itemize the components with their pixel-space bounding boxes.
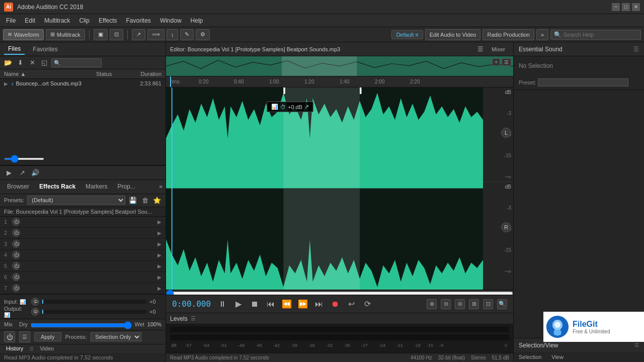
more-workspaces-button[interactable]: » [536, 29, 548, 40]
waveform-area[interactable]: 📊 ⏱ +0 dB ↗ dB -3 -9 -15 −∞ L [166, 87, 513, 290]
zoom-reset-button[interactable]: ⊜ [455, 299, 465, 309]
file-row[interactable]: ▶ ♪ Bouncep...ort Sounds.mp3 2:33.861 [0, 79, 166, 88]
menu-window[interactable]: Window [156, 16, 186, 26]
reveal-button[interactable]: ◱ [39, 58, 49, 68]
toolbar-icon-1[interactable]: ▣ [94, 29, 108, 40]
radio-production-button[interactable]: Radio Production [482, 29, 534, 40]
mini-volume-button[interactable]: 🔊 [30, 167, 40, 177]
menu-effects[interactable]: Effects [95, 16, 121, 26]
waveform-canvas[interactable]: 📊 ⏱ +0 dB ↗ [166, 87, 483, 290]
effect-slot-4[interactable]: 4 ⏻ ▶ [0, 250, 166, 261]
mini-export-button[interactable]: ↗ [17, 167, 27, 177]
save-preset-button[interactable]: 💾 [128, 196, 137, 205]
delete-preset-button[interactable]: 🗑 [140, 196, 149, 205]
tab-video[interactable]: Video [38, 344, 56, 352]
waveform-mode-button[interactable]: ≋ Waveform [3, 29, 44, 40]
mixer-tab[interactable]: Mixer [488, 45, 509, 54]
editor-menu-button[interactable]: ☰ [477, 45, 484, 53]
selection-view-menu[interactable]: ☰ [634, 342, 639, 348]
effect-slot-1[interactable]: 1 ⏻ ▶ [0, 217, 166, 228]
zoom-out-time-button[interactable]: ⊖ [441, 299, 451, 309]
zoom-in-time-button[interactable]: ⊕ [427, 299, 437, 309]
open-file-button[interactable]: 📂 [3, 58, 13, 68]
history-menu-icon[interactable]: ☰ [29, 346, 34, 351]
effect-slot-6[interactable]: 6 ⏻ ▶ [0, 272, 166, 283]
play-button[interactable]: ▶ [232, 298, 245, 310]
go-to-start-button[interactable]: ⏮ [265, 298, 277, 310]
zoom-fit-button[interactable]: ⊡ [483, 299, 493, 309]
tab-markers[interactable]: Markers [82, 182, 111, 192]
files-search-input[interactable] [51, 58, 102, 67]
minimize-button[interactable]: ─ [612, 3, 620, 11]
tab-history[interactable]: History [4, 344, 25, 352]
effect-slot-2[interactable]: 2 ⏻ ▶ [0, 228, 166, 239]
scale-33: -33 [326, 343, 333, 348]
record-button[interactable]: ⏺ [329, 298, 341, 310]
pause-button[interactable]: ⏸ [216, 298, 228, 310]
fx-list-button[interactable]: ☰ [19, 331, 30, 342]
levels-menu-button[interactable]: ☰ [191, 315, 196, 322]
effect-slot-3[interactable]: 3 ⏻ ▶ [0, 239, 166, 250]
tab-effects-rack[interactable]: Effects Rack [35, 182, 79, 192]
slot-power-6[interactable]: ⏻ [12, 273, 20, 281]
tab-browser[interactable]: Browser [3, 182, 33, 192]
apply-button[interactable]: Apply [34, 332, 61, 341]
toolbar-icon-3[interactable]: ↗ [132, 29, 145, 40]
import-button[interactable]: ⬇ [15, 58, 25, 68]
toolbar-icon-5[interactable]: ↕ [167, 29, 179, 40]
tab-properties[interactable]: Prop... [113, 182, 139, 192]
edit-audio-to-video-button[interactable]: Edit Audio to Video [425, 29, 481, 40]
mini-play-button[interactable]: ▶ [4, 167, 14, 177]
mix-slider[interactable] [31, 321, 131, 329]
effect-slot-7[interactable]: 7 ⏻ ▶ [0, 283, 166, 294]
go-to-end-button[interactable]: ⏭ [313, 298, 325, 310]
rewind-button[interactable]: ⏪ [281, 298, 293, 310]
mini-zoom-in[interactable]: + [492, 58, 500, 66]
close-button[interactable]: ✕ [632, 3, 640, 11]
loop-button[interactable]: ↩ [345, 298, 357, 310]
scroll-slider[interactable] [4, 158, 44, 160]
toolbar-icon-4[interactable]: ⟹ [147, 29, 165, 40]
slot-power-5[interactable]: ⏻ [12, 262, 20, 270]
zoom-sel-button[interactable]: ⊞ [469, 299, 479, 309]
slot-power-4[interactable]: ⏻ [12, 251, 20, 259]
mini-waveform-overview[interactable]: + ☰ [166, 56, 513, 76]
menu-help[interactable]: Help [187, 16, 207, 26]
menu-clip[interactable]: Clip [75, 16, 94, 26]
essential-sound-menu-button[interactable]: ☰ [633, 46, 639, 53]
mini-menu[interactable]: ☰ [502, 58, 511, 66]
waveform-scrollbar[interactable] [166, 290, 513, 295]
stop-button[interactable]: ⏹ [249, 298, 261, 310]
presets-select[interactable]: (Default) [27, 196, 125, 205]
tab-files[interactable]: Files [4, 44, 25, 55]
menu-edit[interactable]: Edit [21, 16, 39, 26]
slot-power-2[interactable]: ⏻ [12, 229, 20, 237]
toolbar-icon-7[interactable]: ⚙ [196, 29, 210, 40]
expand-panels-button[interactable]: » [159, 183, 163, 190]
menu-multitrack[interactable]: Multitrack [40, 16, 74, 26]
menu-file[interactable]: File [2, 16, 20, 26]
preset-input[interactable] [538, 78, 628, 86]
slot-power-3[interactable]: ⏻ [12, 240, 20, 248]
close-file-button[interactable]: ✕ [27, 58, 37, 68]
output-power-btn[interactable]: ⏻ [31, 308, 39, 316]
add-preset-button[interactable]: ⭐ [152, 196, 162, 205]
input-power-btn[interactable]: ⏻ [31, 298, 39, 306]
multitrack-mode-button[interactable]: ⊞ Multitrack [46, 29, 85, 40]
workspace-selector[interactable]: Default ≡ [391, 30, 423, 39]
slot-power-1[interactable]: ⏻ [12, 218, 20, 226]
toolbar-icon-2[interactable]: ⊡ [110, 29, 123, 40]
effect-slot-5[interactable]: 5 ⏻ ▶ [0, 261, 166, 272]
menu-favorites[interactable]: Favorites [122, 16, 155, 26]
right-channel-label: R [501, 222, 511, 232]
fast-forward-button[interactable]: ⏩ [297, 298, 309, 310]
process-select[interactable]: Selection Only Entire File [91, 332, 141, 341]
fx-power-button[interactable]: ⏻ [4, 331, 15, 342]
loop-playback-button[interactable]: ⟳ [361, 298, 373, 310]
slot-power-7[interactable]: ⏻ [12, 284, 20, 292]
maximize-button[interactable]: □ [622, 3, 630, 11]
tab-favorites[interactable]: Favorites [29, 44, 61, 54]
search-zoom-button[interactable]: 🔍 [497, 299, 507, 309]
toolbar-icon-6[interactable]: ✎ [180, 29, 194, 40]
search-input[interactable] [564, 32, 634, 38]
